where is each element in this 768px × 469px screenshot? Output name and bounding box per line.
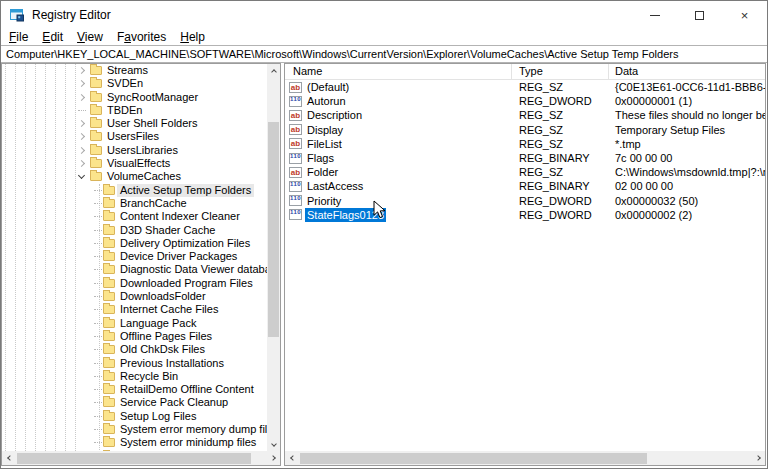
chevron-right-icon[interactable] xyxy=(78,94,85,101)
registry-value-row[interactable]: 110FlagsREG_BINARY7c 00 00 00 xyxy=(285,151,765,165)
tree-item[interactable]: DownloadsFolder xyxy=(2,290,267,303)
tree-item[interactable]: Device Driver Packages xyxy=(2,250,267,263)
tree-item[interactable]: TBDEn xyxy=(2,104,267,117)
menu-help[interactable]: Help xyxy=(180,30,213,44)
tree-connector xyxy=(94,243,102,244)
tree-item[interactable]: Delivery Optimization Files xyxy=(2,237,267,250)
tree-item[interactable]: Setup Log Files xyxy=(2,410,267,423)
value-name: Folder xyxy=(305,165,340,179)
column-header-data[interactable]: Data xyxy=(609,64,765,79)
tree-item[interactable]: Internet Cache Files xyxy=(2,303,267,316)
folder-icon xyxy=(103,438,115,447)
tree-item[interactable]: Previous Installations xyxy=(2,357,267,370)
registry-value-row[interactable]: abDisplayREG_SZTemporary Setup Files xyxy=(285,123,765,137)
registry-value-row[interactable]: 110AutorunREG_DWORD0x00000001 (1) xyxy=(285,94,765,108)
tree-item[interactable]: RetailDemo Offline Content xyxy=(2,383,267,396)
tree-item[interactable]: SVDEn xyxy=(2,77,267,90)
tree-item[interactable]: Recycle Bin xyxy=(2,370,267,383)
tree-item[interactable]: SyncRootManager xyxy=(2,91,267,104)
tree-horizontal-scrollbar[interactable] xyxy=(2,451,280,465)
tree-item[interactable]: VolumeCaches xyxy=(2,170,267,183)
value-name: LastAccess xyxy=(305,179,365,193)
tree-vscroll-thumb[interactable] xyxy=(268,122,279,337)
tree-vertical-scrollbar[interactable] xyxy=(267,64,280,451)
tree-item[interactable]: Service Pack Cleanup xyxy=(2,396,267,409)
scroll-down-button[interactable] xyxy=(267,438,280,451)
tree-connector xyxy=(94,416,102,417)
values-hscroll-thumb[interactable] xyxy=(300,453,647,464)
tree-item[interactable]: System error minidump files xyxy=(2,436,267,449)
tree-item[interactable]: Old ChkDsk Files xyxy=(2,343,267,356)
tree-item[interactable]: VisualEffects xyxy=(2,157,267,170)
tree-item[interactable]: D3D Shader Cache xyxy=(2,224,267,237)
tree-item[interactable]: Downloaded Program Files xyxy=(2,277,267,290)
scroll-left-button[interactable] xyxy=(2,451,15,464)
chevron-right-icon xyxy=(270,455,276,461)
tree-item[interactable]: Language Pack xyxy=(2,317,267,330)
registry-tree-panel: StreamsSVDEnSyncRootManagerTBDEnUser She… xyxy=(1,63,281,466)
minimize-icon xyxy=(650,15,660,16)
menu-accesskey: V xyxy=(77,30,85,44)
tree-connector xyxy=(94,336,102,337)
registry-value-row[interactable]: ab(Default)REG_SZ{C0E13E61-0CC6-11d1-BBB… xyxy=(285,80,765,94)
menu-view[interactable]: View xyxy=(77,30,111,44)
tree-item[interactable]: UsersLibraries xyxy=(2,144,267,157)
chevron-right-icon[interactable] xyxy=(78,160,85,167)
column-header-type[interactable]: Type xyxy=(512,64,609,79)
registry-value-row[interactable]: abFileListREG_SZ*.tmp xyxy=(285,137,765,151)
value-name: Priority xyxy=(305,194,343,208)
chevron-right-icon[interactable] xyxy=(78,80,85,87)
menu-favorites[interactable]: Favorites xyxy=(117,30,174,44)
folder-icon xyxy=(90,66,102,75)
scroll-right-button[interactable] xyxy=(267,451,280,464)
tree-item[interactable]: User Shell Folders xyxy=(2,117,267,130)
registry-value-row[interactable]: abFolderREG_SZC:\Windows\msdownld.tmp|?:… xyxy=(285,165,765,179)
registry-editor-window: Registry Editor × FileEditViewFavoritesH… xyxy=(0,0,768,469)
tree-item[interactable]: UsersFiles xyxy=(2,130,267,143)
value-name-cell: ab(Default) xyxy=(285,80,512,94)
menu-file[interactable]: File xyxy=(9,30,36,44)
registry-value-row[interactable]: 110LastAccessREG_BINARY02 00 00 00 xyxy=(285,179,765,193)
tree-item-label: RetailDemo Offline Content xyxy=(117,383,257,396)
tree-item-label: Streams xyxy=(104,64,151,77)
reg-sz-icon: ab xyxy=(289,167,302,178)
tree-item[interactable]: Diagnostic Data Viewer database files xyxy=(2,263,267,276)
chevron-right-icon[interactable] xyxy=(78,120,85,127)
tree-item[interactable]: BranchCache xyxy=(2,197,267,210)
tree-hscroll-thumb[interactable] xyxy=(17,453,251,464)
reg-sz-icon: ab xyxy=(289,124,302,135)
tree-item[interactable]: Content Indexer Cleaner xyxy=(2,210,267,223)
scroll-right-button[interactable] xyxy=(752,451,765,464)
maximize-button[interactable] xyxy=(677,1,722,29)
value-name: FileList xyxy=(305,137,344,151)
tree-item[interactable]: System error memory dump files xyxy=(2,423,267,436)
minimize-button[interactable] xyxy=(632,1,677,29)
folder-icon xyxy=(103,279,115,288)
tree-item[interactable]: Active Setup Temp Folders xyxy=(2,184,267,197)
menu-edit[interactable]: Edit xyxy=(42,30,71,44)
address-bar[interactable]: Computer\HKEY_LOCAL_MACHINE\SOFTWARE\Mic… xyxy=(1,45,767,63)
titlebar[interactable]: Registry Editor × xyxy=(1,1,767,29)
chevron-right-icon[interactable] xyxy=(78,67,85,74)
tree-item[interactable]: Offline Pages Files xyxy=(2,330,267,343)
chevron-right-icon[interactable] xyxy=(78,133,85,140)
tree-item[interactable]: Streams xyxy=(2,64,267,77)
registry-value-row[interactable]: 110PriorityREG_DWORD0x00000032 (50) xyxy=(285,194,765,208)
scroll-up-button[interactable] xyxy=(267,64,280,77)
chevron-right-icon[interactable] xyxy=(78,147,85,154)
registry-value-row[interactable]: abDescriptionREG_SZThese files should no… xyxy=(285,108,765,122)
scroll-left-button[interactable] xyxy=(285,451,298,464)
registry-value-row[interactable]: 110StateFlags0123REG_DWORD0x00000002 (2) xyxy=(285,208,765,222)
folder-icon xyxy=(90,79,102,88)
values-horizontal-scrollbar[interactable] xyxy=(285,451,765,465)
tree-connector xyxy=(94,296,102,297)
value-name-cell: abDescription xyxy=(285,108,512,122)
tree-item-label: Content Indexer Cleaner xyxy=(117,210,243,223)
close-button[interactable]: × xyxy=(722,1,767,29)
value-name: StateFlags0123 xyxy=(305,208,386,222)
chevron-down-icon[interactable] xyxy=(78,172,85,179)
column-header-name[interactable]: Name xyxy=(285,64,512,79)
menu-text: elp xyxy=(189,30,205,44)
tree-connector xyxy=(94,376,102,377)
tree-connector xyxy=(94,283,102,284)
